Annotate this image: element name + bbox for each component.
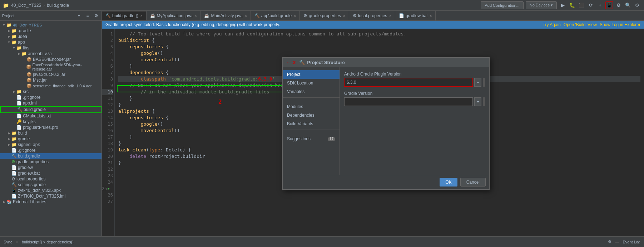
- device-manager-icon[interactable]: 📱: [605, 1, 613, 9]
- tree-item-armeabi[interactable]: ▶ 📁 armeabi-v7a: [0, 51, 101, 57]
- tab-gradle-properties[interactable]: ⚙ gradle.properties ×: [300, 11, 349, 20]
- expand-arrow: ▶: [6, 137, 11, 141]
- tree-item-keyjks[interactable]: 🔑 key.jks: [0, 119, 101, 125]
- tree-item-gradleprops[interactable]: ⚙ gradle.properties: [0, 159, 101, 165]
- add-configuration-button[interactable]: Add Configuration...: [481, 1, 523, 9]
- dialog-nav-project[interactable]: Project: [283, 70, 340, 79]
- tab-icon: ⚙: [303, 13, 307, 18]
- sync-icon[interactable]: ⟳: [587, 1, 595, 9]
- dialog-nav-sdk-location[interactable]: SDK Location: [283, 79, 340, 87]
- add-folder-icon[interactable]: +: [76, 13, 82, 19]
- aar-icon: 📦: [26, 64, 31, 69]
- iml-icon: 📄: [11, 194, 17, 199]
- show-log-button[interactable]: Show Log in Explorer: [600, 22, 640, 27]
- tree-item-settingsgradle[interactable]: 🔨 settings.gradle: [0, 182, 101, 188]
- tree-item-gradlewbat[interactable]: 📄 gradlew.bat: [0, 170, 101, 176]
- sdk-manager-icon[interactable]: ⚙: [615, 1, 623, 9]
- tree-item-src[interactable]: ▶ 📁 src: [0, 89, 101, 95]
- tree-item-cmakelists[interactable]: 📄 CMakeLists.txt: [0, 113, 101, 119]
- try-again-button[interactable]: Try Again: [543, 22, 561, 27]
- settings-gear-icon[interactable]: ⚙: [608, 239, 611, 244]
- cmake-icon: 📄: [16, 113, 22, 118]
- tab-local-properties[interactable]: ⚙ local.properties ×: [349, 11, 395, 20]
- folder-icon: 📁: [11, 34, 17, 39]
- gradle-version-label: Gradle Version: [344, 91, 485, 96]
- tab-icon: 🔨: [105, 13, 111, 18]
- folder-icon: 📁: [16, 89, 22, 94]
- tab-close-icon[interactable]: ×: [245, 14, 247, 18]
- tree-item-root[interactable]: ▼ 📁 40_Dctr_YTRES: [0, 22, 101, 28]
- tab-app-build-gradle[interactable]: 🔨 app\build.gradle ×: [251, 11, 300, 20]
- plugin-version-dropdown[interactable]: ▾: [474, 78, 481, 87]
- separator: ×: [16, 240, 18, 244]
- gradle-icon: 🔨: [17, 107, 23, 112]
- expand-arrow: ▼: [11, 46, 16, 50]
- gradle-version-dropdown[interactable]: ▾: [474, 97, 481, 106]
- run-icon[interactable]: ▶: [559, 1, 567, 9]
- tab-mainactivity[interactable]: ☕ MainActivity.java ×: [200, 11, 251, 20]
- dialog-nav-variables[interactable]: Variables: [283, 87, 340, 96]
- tab-close-icon[interactable]: ×: [294, 14, 296, 18]
- bat-icon: 📄: [11, 171, 17, 176]
- tab-close-icon[interactable]: ×: [195, 14, 197, 18]
- tree-item-facepass[interactable]: 📦 FacePassAndroidSDK-year-release.aar: [0, 62, 101, 72]
- tab-close-icon[interactable]: ×: [343, 14, 345, 18]
- tree-item-gitignore-root[interactable]: 📄 .gitignore: [0, 147, 101, 153]
- chevron-down-icon: ▾: [551, 3, 553, 7]
- tree-item-buildgradle-app[interactable]: 🔨 build.gradle: [0, 106, 101, 113]
- back-arrow-annotation: ←: [286, 60, 291, 65]
- expand-arrow: ▶: [6, 35, 11, 38]
- sidebar-settings-icon[interactable]: ⚙: [93, 13, 99, 19]
- tree-item-signed-apk[interactable]: ▶ 📁 signed_apk: [0, 142, 101, 147]
- add-module-icon[interactable]: +: [596, 1, 604, 9]
- project-name: 40_Dctr_YT325: [11, 3, 41, 8]
- stop-icon[interactable]: ⬛: [578, 1, 585, 9]
- tree-item-appiml[interactable]: 📄 app.iml: [0, 100, 101, 106]
- tab-gradlewbat[interactable]: 📄 gradlew.bat ×: [395, 11, 436, 20]
- tree-item-gradle[interactable]: ▶ 📁 .gradle: [0, 28, 101, 34]
- tab-close-icon[interactable]: ×: [140, 14, 143, 18]
- tab-myapplication[interactable]: ☕ MyApplication.java ×: [147, 11, 201, 20]
- tree-item-sensetime[interactable]: 📦 sensetime_finance_sdk_1.0.4.aar: [0, 83, 101, 89]
- tab-close-icon[interactable]: ×: [430, 14, 432, 18]
- project-structure-dialog[interactable]: ← 2 🔨 Project Structure Project SDK Loca…: [282, 57, 490, 190]
- tree-item-gradlew[interactable]: 📄 gradlew: [0, 165, 101, 170]
- tree-item-mscjar[interactable]: 📦 Msc.jar: [0, 77, 101, 83]
- tree-item-gradle-folder[interactable]: ▶ 📁 gradle: [0, 136, 101, 142]
- event-log-label[interactable]: Event Log: [623, 240, 640, 244]
- debug-icon[interactable]: 🐛: [568, 1, 576, 9]
- open-build-view-button[interactable]: Open 'Build' View: [564, 22, 597, 27]
- tree-item-proguard[interactable]: 📄 proguard-rules.pro: [0, 125, 101, 130]
- tree-item-buildgradle-root[interactable]: 🔨 build.gradle: [0, 153, 101, 159]
- dialog-sidebar: Project SDK Location Variables Modules D…: [283, 67, 340, 175]
- tree-item-apk[interactable]: 📱 zytk40_dctr_yt325.apk: [0, 188, 101, 193]
- gradle-icon: 🔨: [11, 182, 17, 187]
- dialog-nav-build-variants[interactable]: Build Variants: [283, 120, 340, 128]
- plugin-version-input[interactable]: [344, 78, 473, 87]
- tree-item-iml[interactable]: 📄 ZYTK40_Dctr_YT325.iml: [0, 193, 101, 199]
- properties-icon: ⚙: [11, 159, 15, 164]
- tree-item-build[interactable]: ▶ 📁 build: [0, 130, 101, 136]
- dialog-nav-dependencies[interactable]: Dependencies: [283, 111, 340, 120]
- search-icon[interactable]: 🔍: [624, 1, 632, 9]
- tree-item-idea[interactable]: ▶ 📁 .idea: [0, 34, 101, 39]
- sync-label[interactable]: Sync: [4, 240, 12, 244]
- tree-item-base64jar[interactable]: 📦 BASE64Encoder.jar: [0, 57, 101, 62]
- settings-icon[interactable]: ⚙: [633, 1, 641, 9]
- tree-item-libs[interactable]: ▼ 📁 libs: [0, 45, 101, 51]
- dialog-cancel-button[interactable]: Cancel: [460, 178, 486, 187]
- tree-item-app[interactable]: ▼ 📁 app: [0, 39, 101, 45]
- gradle-version-input[interactable]: [344, 97, 473, 106]
- tree-item-external-libs[interactable]: ▶ 📚 External Libraries: [0, 199, 101, 205]
- tab-close-icon[interactable]: ×: [389, 14, 391, 18]
- folder-icon: 📁: [11, 28, 17, 33]
- collapse-all-icon[interactable]: ≡: [84, 13, 91, 19]
- tree-item-localprops[interactable]: ⚙ local.properties: [0, 176, 101, 182]
- no-devices-button[interactable]: No Devices ▾: [526, 1, 557, 9]
- dialog-nav-modules[interactable]: Modules: [283, 102, 340, 111]
- dialog-ok-button[interactable]: OK: [440, 178, 457, 187]
- tree-item-javastruct[interactable]: 📦 javaStruct-0.2.jar: [0, 72, 101, 77]
- tab-build-gradle[interactable]: 🔨 build.gradle () ×: [102, 11, 147, 20]
- dialog-nav-suggestions[interactable]: Suggestions 17: [283, 135, 340, 143]
- tree-item-gitignore-app[interactable]: 📄 .gitignore: [0, 95, 101, 100]
